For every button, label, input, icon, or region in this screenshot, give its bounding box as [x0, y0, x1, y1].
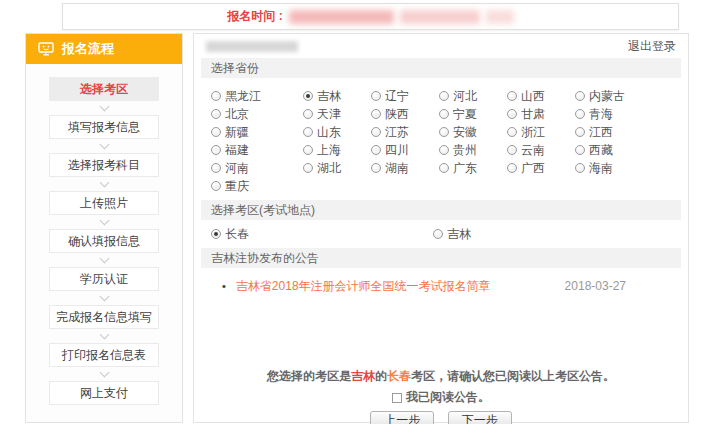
prev-step-button[interactable]: 上一步 [370, 411, 434, 424]
province-option-19[interactable]: 福建 [211, 144, 303, 156]
radio-icon [371, 145, 381, 155]
registration-time-label: 报名时间 : [227, 8, 282, 25]
province-label: 上海 [317, 142, 341, 159]
province-option-28[interactable]: 广东 [439, 162, 507, 174]
radio-icon [433, 229, 443, 239]
province-option-9[interactable]: 陕西 [371, 108, 439, 120]
province-option-14[interactable]: 山东 [303, 126, 371, 138]
notice-list: •吉林省2018年注册会计师全国统一考试报名简章2018-03-27 [194, 268, 688, 300]
radio-icon [439, 163, 449, 173]
radio-icon [211, 229, 221, 239]
panel-header: 退出登录 [194, 34, 688, 58]
notice-item-1: •吉林省2018年注册会计师全国统一考试报名简章2018-03-27 [222, 280, 626, 292]
area-section-title: 选择考区(考试地点) [201, 200, 681, 220]
province-label: 黑龙江 [225, 88, 261, 105]
province-option-20[interactable]: 上海 [303, 144, 371, 156]
province-option-27[interactable]: 湖南 [371, 162, 439, 174]
province-option-4[interactable]: 河北 [439, 90, 507, 102]
confirm-text: 您选择的考区是吉林的长春考区，请确认您已阅读以上考区公告。 [194, 368, 688, 385]
radio-icon [303, 109, 313, 119]
province-option-12[interactable]: 青海 [575, 108, 643, 120]
sidebar-step-1[interactable]: 选择考区 [49, 77, 159, 101]
sidebar-header: 报名流程 [26, 34, 182, 64]
province-option-30[interactable]: 海南 [575, 162, 643, 174]
province-option-21[interactable]: 四川 [371, 144, 439, 156]
radio-icon [211, 163, 221, 173]
province-option-16[interactable]: 安徽 [439, 126, 507, 138]
sidebar-step-3[interactable]: 选择报考科目 [49, 153, 159, 177]
radio-icon [371, 109, 381, 119]
confirm-suffix: 考区，请确认您已阅读以上考区公告。 [411, 369, 615, 383]
radio-icon [211, 109, 221, 119]
agree-label: 我已阅读公告。 [406, 389, 490, 406]
province-label: 吉林 [317, 88, 341, 105]
radio-icon [507, 91, 517, 101]
province-label: 广西 [521, 160, 545, 177]
province-option-7[interactable]: 北京 [211, 108, 303, 120]
province-option-8[interactable]: 天津 [303, 108, 371, 120]
province-option-22[interactable]: 贵州 [439, 144, 507, 156]
province-option-3[interactable]: 辽宁 [371, 90, 439, 102]
radio-icon [211, 91, 221, 101]
chevron-down-icon [99, 330, 109, 340]
radio-icon [303, 127, 313, 137]
province-option-31[interactable]: 重庆 [211, 180, 303, 192]
province-option-25[interactable]: 河南 [211, 162, 303, 174]
province-label: 江西 [589, 124, 613, 141]
button-row: 上一步 下一步 [194, 411, 688, 424]
logout-link[interactable]: 退出登录 [628, 38, 676, 55]
confirm-prefix: 您选择的考区是 [267, 369, 351, 383]
province-option-23[interactable]: 云南 [507, 144, 575, 156]
province-option-29[interactable]: 广西 [507, 162, 575, 174]
radio-icon [507, 127, 517, 137]
exam-area-option-1[interactable]: 长春 [211, 228, 433, 240]
province-option-17[interactable]: 浙江 [507, 126, 575, 138]
sidebar-step-9[interactable]: 网上支付 [49, 381, 159, 405]
redacted-registration-dates [289, 10, 394, 24]
sidebar-steps: 选择考区填写报考信息选择报考科目上传照片确认填报信息学历认证完成报名信息填写打印… [26, 64, 182, 405]
agree-checkbox-row[interactable]: 我已阅读公告。 [392, 389, 490, 406]
notice-date: 2018-03-27 [565, 280, 626, 292]
province-option-10[interactable]: 宁夏 [439, 108, 507, 120]
province-label: 贵州 [453, 142, 477, 159]
exam-area-label: 吉林 [447, 226, 471, 243]
checkbox-icon[interactable] [392, 393, 402, 403]
exam-area-label: 长春 [225, 226, 249, 243]
registration-time-bar: 报名时间 : [62, 3, 679, 30]
sidebar: 报名流程 选择考区填写报考信息选择报考科目上传照片确认填报信息学历认证完成报名信… [25, 33, 183, 423]
sidebar-title: 报名流程 [62, 40, 114, 58]
province-option-24[interactable]: 西藏 [575, 144, 643, 156]
province-section-title: 选择省份 [201, 58, 681, 78]
radio-icon [575, 109, 585, 119]
sidebar-step-4[interactable]: 上传照片 [49, 191, 159, 215]
chevron-down-icon [99, 140, 109, 150]
province-option-13[interactable]: 新疆 [211, 126, 303, 138]
notice-link[interactable]: 吉林省2018年注册会计师全国统一考试报名简章 [236, 280, 565, 292]
sidebar-step-5[interactable]: 确认填报信息 [49, 229, 159, 253]
province-label: 河北 [453, 88, 477, 105]
province-option-1[interactable]: 黑龙江 [211, 90, 303, 102]
redacted-registration-dates [486, 10, 514, 24]
sidebar-step-6[interactable]: 学历认证 [49, 267, 159, 291]
sidebar-step-8[interactable]: 打印报名信息表 [49, 343, 159, 367]
province-label: 河南 [225, 160, 249, 177]
province-label: 天津 [317, 106, 341, 123]
next-step-button[interactable]: 下一步 [448, 411, 512, 424]
radio-icon [303, 145, 313, 155]
exam-area-option-2[interactable]: 吉林 [433, 228, 671, 240]
selected-province-highlight: 吉林 [351, 369, 375, 383]
province-grid: 黑龙江吉林辽宁河北山西内蒙古北京天津陕西宁夏甘肃青海新疆山东江苏安徽浙江江西福建… [201, 90, 681, 192]
province-option-26[interactable]: 湖北 [303, 162, 371, 174]
province-option-15[interactable]: 江苏 [371, 126, 439, 138]
province-label: 重庆 [225, 178, 249, 195]
province-option-5[interactable]: 山西 [507, 90, 575, 102]
province-option-18[interactable]: 江西 [575, 126, 643, 138]
radio-icon [211, 127, 221, 137]
province-option-6[interactable]: 内蒙古 [575, 90, 643, 102]
sidebar-step-2[interactable]: 填写报考信息 [49, 115, 159, 139]
monitor-icon [38, 42, 54, 56]
province-option-2[interactable]: 吉林 [303, 90, 371, 102]
province-option-11[interactable]: 甘肃 [507, 108, 575, 120]
radio-icon [575, 145, 585, 155]
sidebar-step-7[interactable]: 完成报名信息填写 [49, 305, 159, 329]
